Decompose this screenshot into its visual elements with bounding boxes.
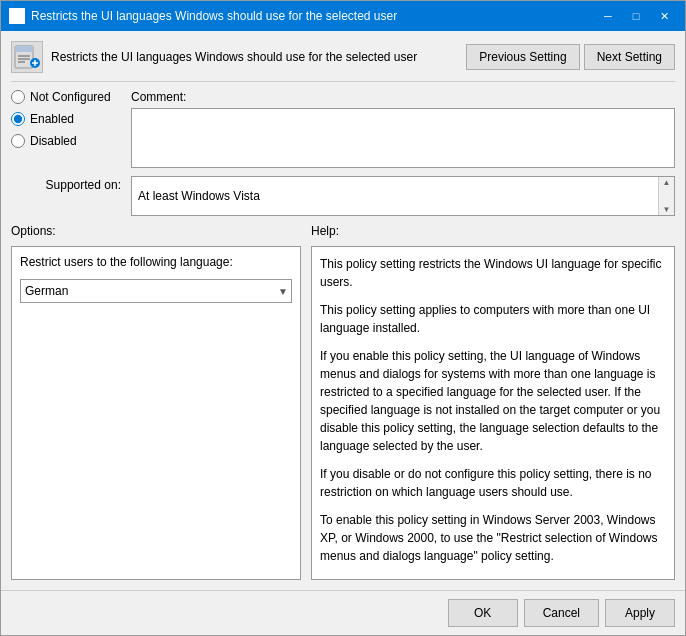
not-configured-label: Not Configured <box>30 90 111 104</box>
options-box: Restrict users to the following language… <box>11 246 301 580</box>
title-bar-controls: ─ □ ✕ <box>595 6 677 26</box>
help-para-3: If you enable this policy setting, the U… <box>320 347 666 455</box>
supported-value-box: At least Windows Vista ▲ ▼ <box>131 176 675 216</box>
next-setting-button[interactable]: Next Setting <box>584 44 675 70</box>
not-configured-radio[interactable] <box>11 90 25 104</box>
help-box[interactable]: This policy setting restricts the Window… <box>311 246 675 580</box>
language-dropdown[interactable]: German English French Spanish Chinese Ja… <box>20 279 292 303</box>
dialog-content: Restricts the UI languages Windows shoul… <box>1 31 685 590</box>
title-bar-left: Restricts the UI languages Windows shoul… <box>9 8 397 24</box>
header-buttons: Previous Setting Next Setting <box>466 44 675 70</box>
supported-value: At least Windows Vista <box>138 189 260 203</box>
help-para-5: To enable this policy setting in Windows… <box>320 511 666 565</box>
main-panels: Options: Restrict users to the following… <box>11 224 675 580</box>
main-window: Restricts the UI languages Windows shoul… <box>0 0 686 636</box>
ok-button[interactable]: OK <box>448 599 518 627</box>
header-row: Restricts the UI languages Windows shoul… <box>11 41 675 82</box>
disabled-radio[interactable] <box>11 134 25 148</box>
title-bar: Restricts the UI languages Windows shoul… <box>1 1 685 31</box>
help-title: Help: <box>311 224 675 238</box>
window-icon <box>9 8 25 24</box>
header-title: Restricts the UI languages Windows shoul… <box>51 50 417 64</box>
options-title: Options: <box>11 224 301 238</box>
comment-textarea[interactable] <box>131 108 675 168</box>
options-panel: Options: Restrict users to the following… <box>11 224 301 580</box>
apply-button[interactable]: Apply <box>605 599 675 627</box>
enabled-radio[interactable] <box>11 112 25 126</box>
minimize-button[interactable]: ─ <box>595 6 621 26</box>
maximize-button[interactable]: □ <box>623 6 649 26</box>
comment-area: Comment: <box>131 90 675 168</box>
policy-icon <box>11 41 43 73</box>
help-panel: Help: This policy setting restricts the … <box>311 224 675 580</box>
comment-label: Comment: <box>131 90 675 104</box>
disabled-option[interactable]: Disabled <box>11 134 121 148</box>
previous-setting-button[interactable]: Previous Setting <box>466 44 579 70</box>
language-dropdown-wrapper: German English French Spanish Chinese Ja… <box>20 279 292 303</box>
scroll-down-arrow: ▼ <box>663 205 671 214</box>
enabled-option[interactable]: Enabled <box>11 112 121 126</box>
window-title: Restricts the UI languages Windows shoul… <box>31 9 397 23</box>
enabled-label: Enabled <box>30 112 74 126</box>
not-configured-option[interactable]: Not Configured <box>11 90 121 104</box>
close-button[interactable]: ✕ <box>651 6 677 26</box>
scroll-up-arrow: ▲ <box>663 178 671 187</box>
radio-group: Not Configured Enabled Disabled <box>11 90 121 148</box>
supported-label: Supported on: <box>11 176 121 192</box>
footer: OK Cancel Apply <box>1 590 685 635</box>
supported-scrollbar[interactable]: ▲ ▼ <box>658 177 674 215</box>
settings-area: Not Configured Enabled Disabled Comment: <box>11 90 675 168</box>
help-para-2: This policy setting applies to computers… <box>320 301 666 337</box>
cancel-button[interactable]: Cancel <box>524 599 599 627</box>
svg-rect-2 <box>12 15 16 18</box>
restrict-label: Restrict users to the following language… <box>20 255 292 269</box>
svg-rect-4 <box>15 46 33 52</box>
disabled-label: Disabled <box>30 134 77 148</box>
supported-row: Supported on: At least Windows Vista ▲ ▼ <box>11 176 675 216</box>
help-para-1: This policy setting restricts the Window… <box>320 255 666 291</box>
header-left: Restricts the UI languages Windows shoul… <box>11 41 417 73</box>
help-para-4: If you disable or do not configure this … <box>320 465 666 501</box>
